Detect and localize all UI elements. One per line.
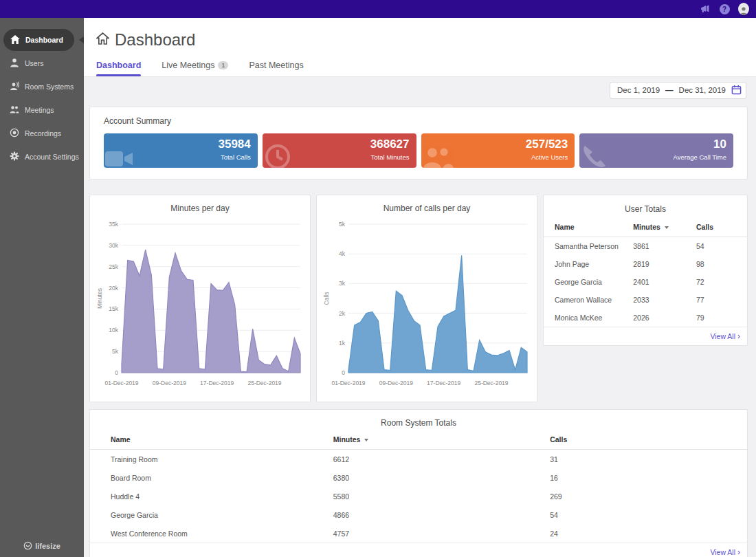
table-row[interactable]: George Garcia240172 (544, 273, 747, 291)
users-icon (423, 146, 454, 168)
chevron-right-icon: › (737, 332, 740, 340)
svg-text:25k: 25k (109, 263, 118, 270)
table-row[interactable]: George Garcia486654 (90, 505, 747, 524)
table-row[interactable]: West Conference Room475724 (90, 524, 747, 543)
sidebar-item-label: Recordings (25, 129, 61, 138)
table-row[interactable]: Samantha Peterson386154 (544, 237, 747, 256)
tab-bar: Dashboard Live Meetings 1 Past Meetings (96, 61, 756, 76)
svg-text:30k: 30k (109, 242, 118, 249)
svg-text:0: 0 (115, 369, 118, 376)
account-summary-title: Account Summary (104, 116, 733, 126)
account-summary-card: Account Summary 35984 Total Calls 368627… (89, 107, 748, 179)
column-header-calls: Calls (550, 429, 747, 450)
help-icon[interactable]: ? (719, 3, 730, 14)
sidebar-item-recordings[interactable]: Recordings (0, 122, 84, 144)
sidebar-item-label: Users (25, 59, 43, 67)
calendar-icon[interactable] (731, 85, 742, 96)
sidebar-item-users[interactable]: Users (0, 52, 84, 74)
sort-caret-icon (364, 439, 368, 441)
svg-text:20k: 20k (109, 285, 118, 292)
date-range-picker[interactable]: Dec 1, 2019 — Dec 31, 2019 (610, 82, 746, 99)
column-header-name: Name (544, 217, 633, 237)
stat-value: 257/523 (526, 138, 568, 151)
user-totals-view-all-link[interactable]: View All › (710, 332, 740, 340)
stat-value: 368627 (370, 138, 410, 151)
stat-label: Active Users (531, 153, 568, 161)
column-header-name: Name (90, 429, 333, 450)
column-header-minutes[interactable]: Minutes (333, 429, 550, 450)
column-header-calls: Calls (696, 217, 747, 237)
lifesize-logo-text: lifesize (35, 542, 60, 550)
svg-text:1k: 1k (339, 340, 346, 347)
clock-icon (264, 143, 291, 168)
tab-dashboard[interactable]: Dashboard (96, 61, 141, 76)
announcements-icon[interactable] (700, 3, 711, 14)
date-end: Dec 31, 2019 (679, 86, 726, 94)
page-title: Dashboard (115, 30, 195, 50)
minutes-per-day-chart: 05k10k15k20k25k30k35k01-Dec-201909-Dec-2… (96, 217, 306, 391)
minutes-per-day-chart-card: Minutes per day 05k10k15k20k25k30k35k01-… (89, 195, 311, 402)
svg-text:5k: 5k (112, 348, 119, 355)
avatar[interactable] (738, 3, 749, 14)
sidebar-item-label: Account Settings (25, 153, 79, 161)
chart-title: Number of calls per day (322, 204, 531, 213)
date-separator: — (665, 86, 674, 94)
sidebar-item-dashboard[interactable]: Dashboard (3, 29, 74, 51)
user-icon (10, 58, 19, 69)
svg-text:5k: 5k (339, 221, 346, 228)
table-row[interactable]: Monica McKee202679 (544, 309, 747, 327)
table-row[interactable]: Huddle 45580269 (90, 487, 747, 505)
user-totals-title: User Totals (544, 204, 747, 214)
table-row[interactable]: Board Room638016 (90, 468, 747, 487)
svg-text:0: 0 (342, 369, 345, 376)
svg-text:Calls: Calls (323, 292, 330, 305)
room-system-icon (10, 81, 19, 92)
svg-text:4k: 4k (339, 250, 346, 257)
svg-text:35k: 35k (109, 221, 118, 228)
svg-text:01-Dec-2019: 01-Dec-2019 (331, 380, 365, 386)
svg-text:3k: 3k (339, 280, 346, 287)
lifesize-logo: lifesize (0, 541, 84, 557)
sidebar: Dashboard Users Room Systems Meetings Re… (0, 18, 84, 557)
video-camera-icon (105, 147, 135, 168)
table-row[interactable]: Training Room661231 (90, 450, 747, 469)
stat-label: Average Call Time (674, 153, 726, 161)
column-header-minutes[interactable]: Minutes (633, 217, 696, 237)
chart-title: Minutes per day (96, 204, 304, 213)
tab-live-meetings[interactable]: Live Meetings 1 (162, 61, 228, 76)
svg-text:Minutes: Minutes (96, 288, 103, 309)
page-header: Dashboard Dashboard Live Meetings 1 Past… (84, 18, 756, 77)
recordings-icon (10, 128, 19, 139)
stat-value: 10 (713, 138, 726, 151)
stat-label: Total Minutes (371, 153, 410, 161)
svg-text:01-Dec-2019: 01-Dec-2019 (104, 380, 138, 386)
filter-strip: Dec 1, 2019 — Dec 31, 2019 (84, 77, 756, 103)
calls-per-day-chart-card: Number of calls per day 01k2k3k4k5k01-De… (316, 195, 537, 402)
sort-caret-icon (665, 226, 669, 229)
svg-text:17-Dec-2019: 17-Dec-2019 (200, 380, 234, 386)
sidebar-item-account-settings[interactable]: Account Settings (0, 146, 84, 168)
table-row[interactable]: John Page281998 (544, 255, 747, 273)
stat-value: 35984 (218, 138, 250, 151)
stat-label: Total Calls (221, 153, 251, 161)
sidebar-item-room-systems[interactable]: Room Systems (0, 76, 84, 98)
svg-text:10k: 10k (109, 327, 118, 334)
sidebar-item-meetings[interactable]: Meetings (0, 99, 84, 121)
top-bar: ? (0, 0, 756, 18)
lifesize-logo-icon (23, 541, 32, 550)
tab-past-meetings[interactable]: Past Meetings (249, 61, 303, 76)
room-totals-table: Name Minutes Calls Training Room661231Bo… (90, 429, 747, 543)
sidebar-item-label: Meetings (25, 106, 54, 114)
user-totals-table: Name Minutes Calls Samantha Peterson3861… (544, 217, 747, 327)
svg-text:25-Dec-2019: 25-Dec-2019 (247, 380, 281, 386)
svg-text:25-Dec-2019: 25-Dec-2019 (474, 380, 508, 386)
svg-text:15k: 15k (109, 305, 118, 312)
svg-text:17-Dec-2019: 17-Dec-2019 (427, 380, 460, 386)
table-row[interactable]: Cameron Wallace203377 (544, 291, 747, 309)
calls-per-day-chart: 01k2k3k4k5k01-Dec-201909-Dec-201917-Dec-… (322, 217, 533, 391)
sidebar-item-label: Dashboard (25, 36, 63, 44)
svg-text:2k: 2k (339, 310, 346, 317)
room-totals-view-all-link[interactable]: View All › (710, 548, 740, 556)
sidebar-item-label: Room Systems (25, 83, 74, 91)
live-meetings-badge: 1 (218, 61, 228, 69)
